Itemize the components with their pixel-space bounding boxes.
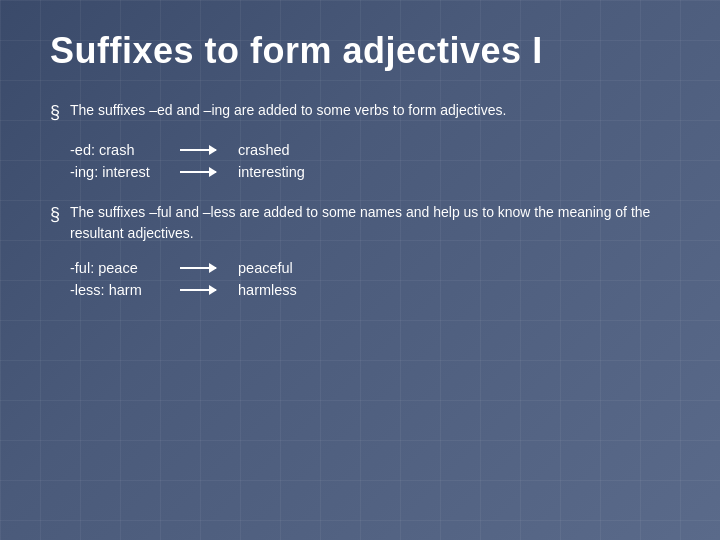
example-row-2-2: -less: harm harmless [70, 282, 670, 298]
example-source-2-1: -ful: peace [70, 260, 180, 276]
section-1: § The suffixes –ed and –ing are added to… [50, 100, 670, 180]
arrow-line-1-1 [180, 149, 216, 151]
example-result-2-2: harmless [238, 282, 297, 298]
arrow-line-2-2 [180, 289, 216, 291]
bullet-symbol-1: § [50, 99, 60, 126]
section-2: § The suffixes –ful and –less are added … [50, 202, 670, 298]
examples-1: -ed: crash crashed -ing: interest intere… [70, 142, 670, 180]
arrow-2-1 [180, 267, 230, 269]
arrow-2-2 [180, 289, 230, 291]
example-source-2-2: -less: harm [70, 282, 180, 298]
example-result-1-2: interesting [238, 164, 305, 180]
example-result-2-1: peaceful [238, 260, 293, 276]
slide-title: Suffixes to form adjectives I [50, 30, 670, 72]
arrow-1-1 [180, 149, 230, 151]
example-source-1-2: -ing: interest [70, 164, 180, 180]
arrow-line-2-1 [180, 267, 216, 269]
arrow-line-1-2 [180, 171, 216, 173]
example-row-1-2: -ing: interest interesting [70, 164, 670, 180]
bullet-symbol-2: § [50, 201, 60, 228]
bullet-item-1: § The suffixes –ed and –ing are added to… [50, 100, 670, 126]
slide: Suffixes to form adjectives I § The suff… [0, 0, 720, 540]
example-source-1-1: -ed: crash [70, 142, 180, 158]
example-result-1-1: crashed [238, 142, 290, 158]
arrow-1-2 [180, 171, 230, 173]
examples-2: -ful: peace peaceful -less: harm harmles… [70, 260, 670, 298]
example-row-1-1: -ed: crash crashed [70, 142, 670, 158]
example-row-2-1: -ful: peace peaceful [70, 260, 670, 276]
bullet-item-2: § The suffixes –ful and –less are added … [50, 202, 670, 244]
bullet-text-1: The suffixes –ed and –ing are added to s… [70, 100, 506, 121]
bullet-text-2: The suffixes –ful and –less are added to… [70, 202, 670, 244]
